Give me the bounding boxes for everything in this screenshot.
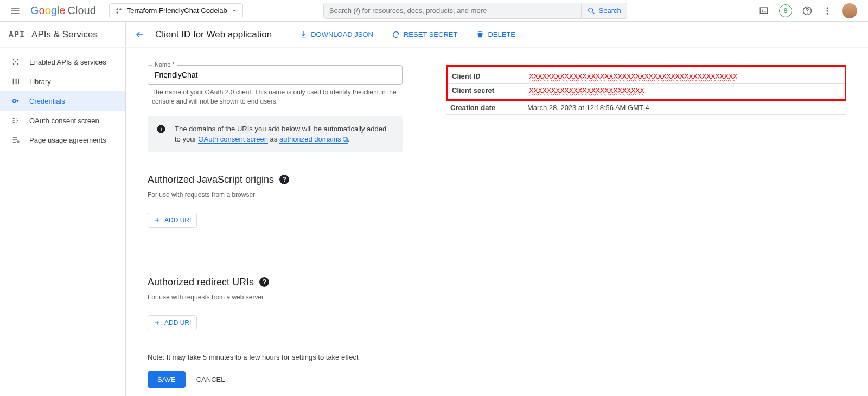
client-secret-row: Client secret XXXXXXXXXXXXXXXXXXXXXXXXXX — [448, 83, 845, 97]
redirect-title-row: Authorized redirect URIs ? — [148, 277, 403, 288]
sub-header-right: Client ID for Web application DOWNLOAD J… — [126, 29, 868, 40]
section-title: APIs & Services — [31, 29, 98, 40]
notifications-badge[interactable]: 8 — [779, 4, 792, 17]
client-id-row: Client ID XXXXXXXXXXXXXXXXXXXXXXXXXXXXXX… — [448, 69, 845, 83]
redacted-highlight-box: Client ID XXXXXXXXXXXXXXXXXXXXXXXXXXXXXX… — [446, 65, 846, 101]
api-section-icon: API — [9, 30, 25, 40]
authorized-domains-link[interactable]: authorized domains ⧉ — [279, 135, 348, 144]
sidebar-item-agreements[interactable]: Page usage agreements — [0, 130, 125, 150]
consent-icon — [11, 116, 21, 125]
hamburger-menu-icon[interactable] — [4, 0, 26, 22]
redirect-subtitle: For use with requests from a web server — [148, 293, 403, 301]
sidebar-item-enabled-apis[interactable]: Enabled APIs & services — [0, 52, 125, 72]
sidebar-item-label: Enabled APIs & services — [29, 58, 106, 66]
form-column: Name * The name of your OAuth 2.0 client… — [148, 61, 403, 383]
search-button[interactable]: Search — [581, 3, 627, 18]
reset-secret-label: RESET SECRET — [404, 30, 457, 39]
sidebar-item-library[interactable]: Library — [0, 72, 125, 91]
client-secret-label: Client secret — [448, 86, 529, 94]
dashboard-icon — [11, 58, 21, 66]
svg-rect-4 — [760, 8, 768, 14]
svg-point-8 — [827, 12, 828, 14]
external-link-icon: ⧉ — [343, 135, 348, 143]
add-redirect-uri-button[interactable]: ADD URI — [148, 315, 197, 330]
logo-cloud-text: Cloud — [68, 4, 96, 17]
client-id-value: XXXXXXXXXXXXXXXXXXXXXXXXXXXXXXXXXXXXXXXX… — [529, 72, 737, 80]
oauth-consent-link[interactable]: OAuth consent screen — [198, 135, 268, 144]
sub-header-left: API APIs & Services — [0, 22, 126, 47]
js-origins-title-row: Authorized JavaScript origins ? — [148, 174, 403, 186]
download-json-label: DOWNLOAD JSON — [311, 30, 373, 39]
main-content: Name * The name of your OAuth 2.0 client… — [126, 48, 868, 396]
svg-point-15 — [17, 141, 19, 143]
name-field-wrap[interactable]: Name * — [148, 65, 403, 85]
cloud-shell-icon[interactable] — [758, 6, 769, 16]
info-text: The domains of the URIs you add below wi… — [175, 124, 394, 145]
google-cloud-logo[interactable]: Google Cloud — [30, 4, 96, 17]
back-arrow-icon[interactable] — [135, 29, 145, 40]
sidebar-item-label: Credentials — [29, 97, 65, 105]
sidebar-item-credentials[interactable]: Credentials — [0, 91, 125, 111]
plus-icon — [154, 319, 161, 327]
name-field-hint: The name of your OAuth 2.0 client. This … — [148, 88, 403, 106]
project-selector[interactable]: Terraform FriendlyChat Codelab — [109, 3, 243, 18]
svg-point-7 — [827, 10, 828, 11]
name-field-label: Name * — [152, 61, 177, 68]
add-js-uri-button[interactable]: ADD URI — [148, 213, 197, 228]
info-icon: i — [156, 124, 166, 135]
svg-point-12 — [17, 63, 19, 65]
svg-point-3 — [588, 8, 592, 12]
library-icon — [11, 77, 21, 86]
agreements-icon — [11, 136, 21, 144]
page-title: Client ID for Web application — [155, 29, 272, 40]
creation-date-row: Creation date March 28, 2023 at 12:18:56… — [446, 101, 846, 115]
body-wrap: Enabled APIs & services Library Credenti… — [0, 48, 868, 396]
search-input[interactable] — [329, 7, 576, 15]
sidebar-item-label: OAuth consent screen — [29, 117, 99, 125]
svg-point-6 — [827, 7, 828, 9]
download-icon — [299, 30, 308, 39]
delete-label: DELETE — [488, 30, 515, 39]
trash-icon — [476, 30, 484, 39]
delete-button[interactable]: DELETE — [471, 30, 520, 39]
creation-date-value: March 28, 2023 at 12:18:56 AM GMT-4 — [527, 104, 649, 112]
settings-note: Note: It may take 5 minutes to a few hou… — [148, 353, 403, 361]
svg-text:i: i — [161, 125, 162, 132]
account-avatar[interactable] — [842, 3, 857, 18]
help-icon[interactable]: ? — [279, 175, 289, 184]
sidebar-item-label: Library — [29, 78, 51, 86]
plus-icon — [154, 216, 161, 224]
sub-header: API APIs & Services Client ID for Web ap… — [0, 22, 868, 48]
search-box[interactable]: Search — [323, 3, 627, 19]
download-json-button[interactable]: DOWNLOAD JSON — [295, 30, 378, 39]
chevron-down-icon — [232, 8, 237, 14]
kebab-menu-icon[interactable] — [822, 6, 832, 16]
svg-point-13 — [15, 61, 17, 63]
project-name: Terraform FriendlyChat Codelab — [127, 7, 227, 15]
add-uri-label: ADD URI — [164, 319, 191, 327]
add-uri-label: ADD URI — [164, 216, 191, 224]
notifications-count: 8 — [784, 7, 788, 15]
save-button[interactable]: SAVE — [148, 371, 186, 388]
creation-date-label: Creation date — [446, 104, 527, 112]
reset-icon — [392, 30, 400, 39]
name-input[interactable] — [155, 71, 395, 79]
sidebar-item-oauth-consent[interactable]: OAuth consent screen — [0, 111, 125, 130]
reset-secret-button[interactable]: RESET SECRET — [387, 30, 462, 39]
svg-point-14 — [13, 99, 16, 102]
info-box: i The domains of the URIs you add below … — [148, 116, 403, 152]
help-icon[interactable]: ? — [259, 277, 269, 287]
svg-point-0 — [116, 8, 118, 10]
cancel-button[interactable]: CANCEL — [196, 375, 225, 384]
search-icon — [587, 7, 596, 15]
info-panel: Client ID XXXXXXXXXXXXXXXXXXXXXXXXXXXXXX… — [446, 61, 846, 383]
project-selector-icon — [115, 7, 123, 15]
redirect-title: Authorized redirect URIs — [148, 277, 254, 288]
top-header: Google Cloud Terraform FriendlyChat Code… — [0, 0, 868, 22]
help-icon[interactable] — [802, 5, 813, 16]
svg-point-1 — [119, 8, 122, 10]
svg-point-2 — [116, 11, 118, 14]
button-row: SAVE CANCEL — [148, 371, 403, 388]
svg-point-10 — [17, 59, 19, 61]
js-origins-title: Authorized JavaScript origins — [148, 174, 274, 186]
